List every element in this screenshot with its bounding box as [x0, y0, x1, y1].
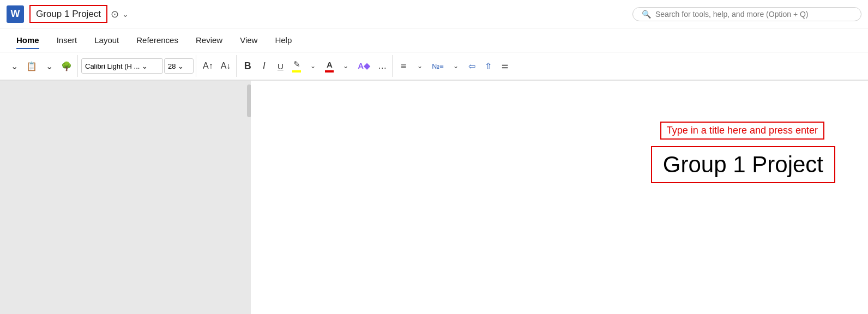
menu-bar: Home Insert Layout References Review Vie… [0, 28, 868, 52]
title-dropdown-chevron[interactable]: ⌄ [122, 10, 129, 19]
document-area: Type in a title here and press enter Gro… [251, 81, 868, 314]
numbered-list-dropdown[interactable]: ⌄ [448, 58, 463, 74]
size-dropdown-chevron: ⌄ [178, 62, 184, 70]
main-area: Type in a title here and press enter Gro… [0, 81, 868, 314]
search-icon: 🔍 [642, 10, 651, 19]
font-color-dropdown[interactable]: ⌄ [338, 58, 353, 74]
bullet-list-dropdown[interactable]: ⌄ [412, 58, 427, 74]
cloud-sync-icon: ⊙ [111, 8, 119, 20]
toolbar-group-font: Calibri Light (H ... ⌄ 28 ⌄ [79, 55, 196, 77]
document-title-content[interactable]: Group 1 Project [651, 146, 835, 183]
format-painter-button[interactable]: 🌳 [58, 58, 75, 74]
bullet-list-button[interactable]: ≡ [396, 58, 411, 74]
bold-button[interactable]: B [240, 58, 255, 74]
toolbar-group-paragraph: ≡ ⌄ №≡ ⌄ ⇦ ⇧ ≣ [394, 55, 515, 77]
increase-font-button[interactable]: A↑ [200, 58, 216, 74]
menu-item-view[interactable]: View [232, 32, 265, 48]
toolbar-group-undoredo: ⌄ 📋 ⌄ 🌳 [4, 55, 78, 77]
italic-button[interactable]: I [256, 58, 272, 74]
clipboard-dropdown[interactable]: ⌄ [41, 58, 57, 74]
menu-item-review[interactable]: Review [188, 32, 230, 48]
toolbar-group-format: B I U ✎ ⌄ A ⌄ A◆ … [238, 55, 393, 77]
font-color-icon: A [327, 60, 333, 69]
numbered-list-button[interactable]: №≡ [429, 58, 447, 74]
menu-item-home[interactable]: Home [9, 32, 47, 48]
title-bar-icons: ⊙ ⌄ [111, 8, 129, 20]
menu-item-references[interactable]: References [129, 32, 186, 48]
increase-indent-button[interactable]: ⇧ [481, 58, 496, 74]
search-input[interactable] [655, 10, 852, 19]
decrease-indent-button[interactable]: ⇦ [465, 58, 480, 74]
highlight-icon: ✎ [293, 59, 300, 69]
clipboard-button[interactable]: 📋 [23, 58, 40, 74]
highlight-button[interactable]: ✎ [289, 58, 304, 74]
word-logo: W [7, 5, 24, 23]
font-color-indicator [325, 70, 334, 73]
toolbar-group-textsize: A↑ A↓ [197, 55, 237, 77]
menu-item-layout[interactable]: Layout [87, 32, 126, 48]
document-page: Type in a title here and press enter Gro… [251, 81, 868, 314]
document-title[interactable]: Group 1 Project [29, 5, 107, 23]
font-dropdown-chevron: ⌄ [142, 62, 148, 70]
underline-button[interactable]: U [273, 58, 288, 74]
search-box[interactable]: 🔍 [632, 7, 861, 21]
font-color-button[interactable]: A [322, 58, 337, 74]
highlight-color-indicator [292, 70, 301, 73]
align-button[interactable]: ≣ [497, 58, 513, 74]
text-effects-button[interactable]: A◆ [354, 58, 373, 74]
menu-item-help[interactable]: Help [267, 32, 299, 48]
font-size-select[interactable]: 28 ⌄ [164, 58, 194, 74]
decrease-font-button[interactable]: A↓ [218, 58, 234, 74]
font-name-select[interactable]: Calibri Light (H ... ⌄ [81, 58, 163, 74]
menu-item-insert[interactable]: Insert [49, 32, 85, 48]
toolbar: ⌄ 📋 ⌄ 🌳 Calibri Light (H ... ⌄ 28 ⌄ A↑ A… [0, 52, 868, 81]
sidebar-left [0, 81, 251, 314]
chevron-down-button[interactable]: ⌄ [7, 58, 22, 74]
highlight-dropdown[interactable]: ⌄ [305, 58, 321, 74]
title-bar: W Group 1 Project ⊙ ⌄ 🔍 [0, 0, 868, 28]
document-hint-text: Type in a title here and press enter [660, 122, 824, 140]
more-button[interactable]: … [375, 58, 390, 74]
